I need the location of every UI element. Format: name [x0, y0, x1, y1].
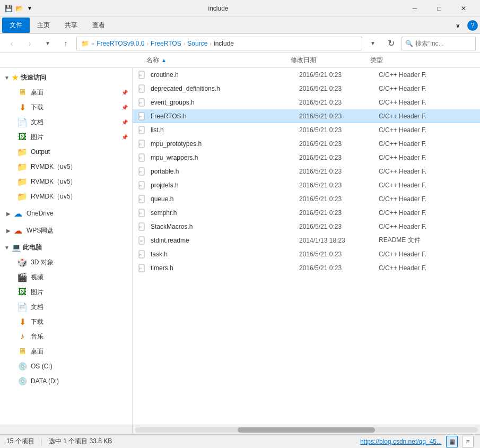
- this-pc-expand-icon: ▼: [4, 245, 10, 251]
- sidebar-item-output[interactable]: 📁 Output: [0, 144, 132, 159]
- tab-file[interactable]: 文件: [2, 18, 30, 33]
- table-row[interactable]: Hdeprecated_definitions.h2016/5/21 0:23C…: [133, 82, 480, 96]
- address-path[interactable]: 📁 « FreeRTOSv9.0.0 › FreeRTOS › Source ›…: [76, 37, 362, 50]
- forward-button[interactable]: ›: [22, 36, 37, 51]
- svg-text:H: H: [139, 267, 142, 270]
- sidebar-item-d-drive[interactable]: 💿 DATA (D:): [0, 374, 132, 389]
- dropdown-recents-button[interactable]: ▼: [40, 36, 55, 51]
- table-row[interactable]: HFreeRTOS.h2016/5/21 0:23C/C++ Header F.: [133, 109, 480, 123]
- ribbon-expand-button[interactable]: ∨: [450, 18, 465, 33]
- table-row[interactable]: Hevent_groups.h2016/5/21 0:23C/C++ Heade…: [133, 96, 480, 109]
- status-link[interactable]: https://blog.csdn.net/qq_45...: [360, 438, 442, 445]
- table-row[interactable]: Hsemphr.h2016/5/21 0:23C/C++ Header F.: [133, 206, 480, 220]
- music-icon: ♪: [17, 331, 28, 342]
- file-type: C/C++ Header F.: [379, 209, 480, 217]
- help-button[interactable]: ?: [467, 20, 478, 31]
- table-row[interactable]: Hmpu_wrappers.h2016/5/21 0:23C/C++ Heade…: [133, 151, 480, 165]
- file-type: C/C++ Header F.: [379, 85, 480, 92]
- table-row[interactable]: Hqueue.h2016/5/21 0:23C/C++ Header F.: [133, 192, 480, 206]
- status-bar: 15 个项目 | 选中 1 个项目 33.8 KB https://blog.c…: [0, 434, 480, 448]
- back-button[interactable]: ‹: [4, 36, 19, 51]
- file-date: 2016/5/21 0:23: [299, 71, 379, 79]
- sidebar-item-pictures[interactable]: 🖼 图片 📌: [0, 130, 132, 144]
- table-row[interactable]: TXTstdint.readme2014/1/13 18:23README 文件: [133, 234, 480, 247]
- table-row[interactable]: Htimers.h2016/5/21 0:23C/C++ Header F.: [133, 261, 480, 275]
- file-icon: H: [137, 221, 147, 232]
- file-name: timers.h: [151, 264, 299, 272]
- pin-icon-download: 📌: [121, 105, 128, 110]
- item-count: 15 个项目: [6, 437, 34, 446]
- quick-access-expand-icon: ▼: [4, 75, 10, 81]
- sidebar-label-docs: 文档: [31, 118, 43, 127]
- sidebar-label-rvmdk1: RVMDK（uv5）: [31, 162, 76, 171]
- sidebar-label-pictures: 图片: [31, 133, 43, 142]
- file-date: 2016/5/21 0:23: [299, 223, 379, 230]
- sidebar-item-rvmdk3[interactable]: 📁 RVMDK（uv5）: [0, 189, 132, 204]
- sidebar-item-download[interactable]: ⬇ 下载 📌: [0, 100, 132, 115]
- sidebar-label-rvmdk3: RVMDK（uv5）: [31, 192, 76, 201]
- maximize-button[interactable]: □: [427, 0, 451, 17]
- pictures-icon: 🖼: [17, 132, 28, 142]
- sidebar-item-music[interactable]: ♪ 音乐: [0, 329, 132, 344]
- svg-text:H: H: [139, 253, 142, 256]
- table-row[interactable]: Hmpu_prototypes.h2016/5/21 0:23C/C++ Hea…: [133, 137, 480, 151]
- table-row[interactable]: HStackMacros.h2016/5/21 0:23C/C++ Header…: [133, 220, 480, 234]
- sidebar-item-images[interactable]: 🖼 图片: [0, 285, 132, 299]
- path-part-1[interactable]: FreeRTOS: [151, 40, 181, 47]
- tab-view[interactable]: 查看: [85, 18, 112, 33]
- sidebar-item-c-drive[interactable]: 💿 OS (C:): [0, 359, 132, 374]
- sidebar-item-docs[interactable]: 📄 文档 📌: [0, 115, 132, 130]
- desktop-icon: 🖥: [17, 87, 28, 98]
- refresh-button[interactable]: ↻: [383, 36, 398, 51]
- file-name: event_groups.h: [151, 99, 299, 106]
- hscroll-track[interactable]: [135, 427, 478, 433]
- sidebar-item-desktop[interactable]: 🖥 桌面 📌: [0, 85, 132, 100]
- table-row[interactable]: Hportable.h2016/5/21 0:23C/C++ Header F.: [133, 165, 480, 178]
- search-input[interactable]: [415, 40, 472, 47]
- d-drive-icon: 💿: [17, 376, 28, 386]
- path-part-3[interactable]: include: [214, 40, 234, 47]
- table-row[interactable]: Hcroutine.h2016/5/21 0:23C/C++ Header F.: [133, 68, 480, 82]
- path-part-0[interactable]: FreeRTOSv9.0.0: [97, 40, 144, 47]
- file-type: C/C++ Header F.: [379, 223, 480, 230]
- close-button[interactable]: ✕: [451, 0, 476, 17]
- file-type: C/C++ Header F.: [379, 140, 480, 148]
- file-type: C/C++ Header F.: [379, 113, 480, 120]
- sidebar-item-downloads[interactable]: ⬇ 下载: [0, 314, 132, 329]
- sidebar-item-video[interactable]: 🎬 视频: [0, 270, 132, 285]
- tab-home[interactable]: 主页: [30, 18, 57, 33]
- column-type-header[interactable]: 类型: [370, 56, 476, 65]
- svg-text:H: H: [139, 101, 142, 105]
- sidebar-item-rvmdk2[interactable]: 📁 RVMDK（uv5）: [0, 174, 132, 189]
- window-title: include: [34, 5, 403, 12]
- column-name-header[interactable]: 名称 ▲: [142, 56, 291, 65]
- dropdown-path-button[interactable]: ▼: [365, 36, 380, 51]
- this-pc-header[interactable]: ▼ 💻 此电脑: [0, 240, 132, 255]
- sidebar-item-documents[interactable]: 📄 文档: [0, 299, 132, 314]
- sidebar-label-desktop2: 桌面: [31, 347, 43, 356]
- tab-share[interactable]: 共享: [57, 18, 85, 33]
- path-part-2[interactable]: Source: [187, 40, 207, 47]
- svg-text:H: H: [139, 170, 142, 174]
- column-date-header[interactable]: 修改日期: [291, 56, 370, 65]
- sidebar-item-3d[interactable]: 🎲 3D 对象: [0, 255, 132, 270]
- hscroll-thumb[interactable]: [238, 427, 375, 433]
- view-list-button[interactable]: ≡: [462, 436, 474, 447]
- path-folder-icon: 📁: [81, 40, 89, 47]
- sidebar-item-onedrive[interactable]: ▶ ☁ OneDrive: [0, 206, 132, 221]
- minimize-button[interactable]: ─: [403, 0, 427, 17]
- file-date: 2016/5/21 0:23: [299, 182, 379, 189]
- table-row[interactable]: Htask.h2016/5/21 0:23C/C++ Header F.: [133, 247, 480, 261]
- table-row[interactable]: Hlist.h2016/5/21 0:23C/C++ Header F.: [133, 123, 480, 137]
- path-arrow-3: ›: [210, 40, 212, 47]
- quick-access-header[interactable]: ▼ ★ 快速访问: [0, 70, 132, 85]
- view-grid-button[interactable]: ▦: [446, 436, 458, 447]
- sidebar-item-wps[interactable]: ▶ ☁ WPS网盘: [0, 223, 132, 238]
- up-button[interactable]: ↑: [58, 36, 73, 51]
- table-row[interactable]: Hprojdefs.h2016/5/21 0:23C/C++ Header F.: [133, 178, 480, 192]
- sidebar-item-rvmdk1[interactable]: 📁 RVMDK（uv5）: [0, 159, 132, 174]
- sidebar-item-desktop2[interactable]: 🖥 桌面: [0, 344, 132, 359]
- file-icon: H: [137, 83, 147, 94]
- horizontal-scrollbar[interactable]: [0, 425, 480, 434]
- output-folder-icon: 📁: [17, 147, 28, 157]
